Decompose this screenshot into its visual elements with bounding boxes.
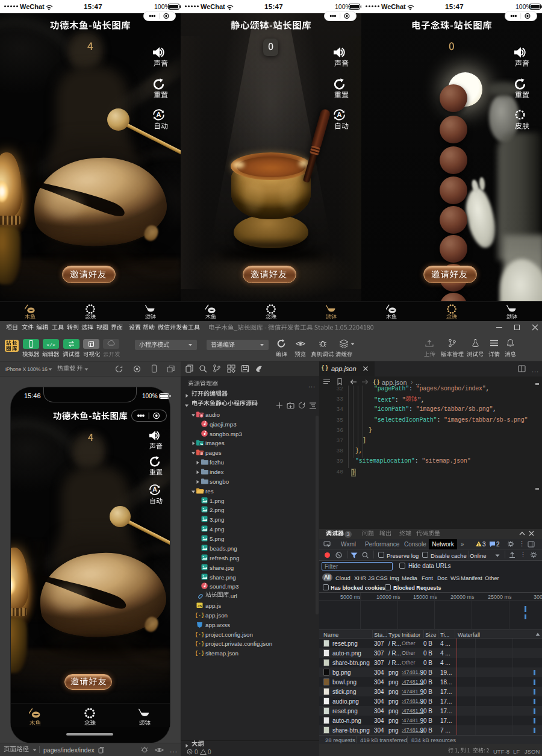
svg-text:{·}: {·}	[196, 632, 204, 638]
svg-text:{·}: {·}	[196, 613, 204, 619]
svg-text:{·}: {·}	[196, 641, 204, 647]
svg-text:{·}: {·}	[196, 651, 204, 657]
svg-text:A: A	[152, 486, 157, 493]
svg-text:A: A	[337, 111, 342, 118]
svg-text:</>: </>	[46, 342, 55, 348]
svg-text:A: A	[157, 111, 161, 118]
svg-text:JS: JS	[198, 604, 202, 608]
